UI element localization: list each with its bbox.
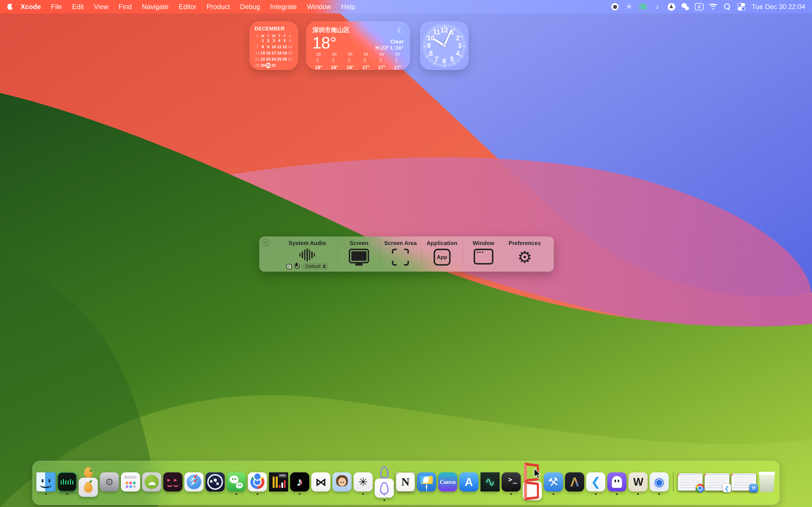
calendar-cell: 9 <box>266 44 271 50</box>
dock-icon-tile <box>185 472 204 492</box>
keynote[interactable] <box>417 472 436 492</box>
running-indicator-dot <box>257 493 258 495</box>
moon-icon: ☾ <box>348 57 353 64</box>
window-section[interactable]: Window <box>463 237 504 272</box>
calendar-cell: 12 <box>282 44 287 50</box>
tiktok-icon[interactable]: ♪ <box>652 2 662 11</box>
system-audio-section[interactable]: System Audio ✓ Default <box>276 237 338 272</box>
rocket-icon[interactable] <box>666 2 676 11</box>
launcher-app[interactable] <box>121 472 140 492</box>
calendar-cell: 25 <box>276 57 282 62</box>
calendar-widget[interactable]: DECEMBER SMTWTFS 12345678910111213141516… <box>250 21 298 70</box>
minimized-chrome-window[interactable] <box>678 473 703 491</box>
finder[interactable] <box>36 472 56 492</box>
menu-item[interactable]: Debug <box>235 3 265 11</box>
cloud-upload-app[interactable]: ☁ <box>142 472 161 492</box>
dock-icon-tile: ∿ <box>480 472 500 492</box>
screen-area-section[interactable]: Screen Area <box>380 237 421 272</box>
active-app-menu[interactable]: Xcode <box>15 3 46 11</box>
calendar-cell <box>288 63 293 68</box>
ghost-app[interactable] <box>607 472 626 492</box>
search-icon[interactable] <box>722 2 732 11</box>
chatgpt-icon[interactable]: ✳ <box>624 2 634 11</box>
pulse-monitor-app[interactable]: ∿ <box>480 472 500 492</box>
xcode[interactable]: ⚒ <box>544 472 563 492</box>
downie-app[interactable]: ▶ ▶ <box>163 472 183 492</box>
running-indicator-dot <box>595 493 597 495</box>
calendar-day-header: W <box>271 34 276 38</box>
dock-icon-tile: ♪ <box>290 472 309 492</box>
system-settings[interactable]: ⚙ <box>100 472 119 492</box>
calendar-cell: 31 <box>271 63 276 68</box>
menu-bar-menus: FileEditViewFindNavigateEditorProductDeb… <box>46 3 360 11</box>
menu-item[interactable]: Edit <box>67 3 89 11</box>
capcut[interactable]: ⋈ <box>311 472 331 492</box>
minimized-xcode-window[interactable] <box>731 473 756 491</box>
dock-icon-tile <box>705 473 729 491</box>
menu-item[interactable]: Integrate <box>265 3 302 11</box>
tiktok[interactable]: ♪ <box>290 472 309 492</box>
menu-item[interactable]: Product <box>202 3 235 11</box>
dock-icon-tile: A <box>459 472 478 492</box>
wechat-icon[interactable] <box>680 2 690 11</box>
safari[interactable] <box>185 472 204 492</box>
wifi-icon[interactable] <box>708 2 718 11</box>
avatar-app[interactable] <box>333 472 352 492</box>
running-indicator-dot <box>658 493 660 495</box>
blue-swirl-app[interactable]: ◉ <box>650 472 669 492</box>
terminal[interactable]: >_ <box>502 472 521 492</box>
dock-icon-tile: Λ <box>565 472 584 492</box>
vscode[interactable]: ❮ <box>586 472 605 492</box>
menu-item[interactable]: File <box>46 3 67 11</box>
weather-hour: 02 ☾ 17° <box>375 52 388 70</box>
audio-wave-icon[interactable] <box>638 2 648 11</box>
menu-bar-clock[interactable]: Tue Dec 30 22:04 <box>752 3 805 11</box>
menu-item[interactable]: View <box>89 3 114 11</box>
calendar-day-header: T <box>276 34 282 38</box>
control-center-icon[interactable] <box>737 2 746 11</box>
system-audio-label: System Audio <box>289 240 326 246</box>
application-section[interactable]: Application App <box>421 237 463 272</box>
close-icon[interactable]: ✕ <box>262 239 269 246</box>
clock-number: 5 <box>448 55 456 63</box>
microphone-icon[interactable] <box>294 263 299 270</box>
weather-widget[interactable]: 深圳市南山区 18° ☾ Clear H:23° L:16° 22 ☾ 18° … <box>306 21 410 70</box>
pear-app[interactable] <box>79 467 98 497</box>
trash[interactable] <box>758 472 776 492</box>
menu-item[interactable]: Navigate <box>137 3 174 11</box>
apple-logo-icon[interactable] <box>7 4 13 10</box>
menu-item[interactable]: Help <box>336 3 360 11</box>
minimized-vscode-window[interactable] <box>705 473 729 491</box>
w-app[interactable]: W <box>628 472 648 492</box>
weather-hour: 22 ☾ 18° <box>312 52 325 70</box>
preferences-section[interactable]: Preferences ⚙ <box>504 237 545 272</box>
clock-widget[interactable]: 123456789101112 <box>420 21 469 70</box>
hour-label: 02 <box>379 52 384 56</box>
menu-item[interactable]: Window <box>302 3 336 11</box>
running-indicator-dot <box>236 493 237 495</box>
notion[interactable]: N <box>396 472 415 492</box>
menu-item[interactable]: Find <box>114 3 137 11</box>
dock-icon-tile <box>206 472 225 492</box>
stats-pro-app[interactable]: PRO <box>269 472 288 492</box>
input-source-icon[interactable]: # <box>695 3 704 10</box>
chevron-up-down-icon <box>323 265 326 269</box>
audio-checkbox[interactable]: ✓ <box>287 264 292 269</box>
wechat[interactable] <box>227 472 246 492</box>
rocket-app[interactable] <box>375 466 394 498</box>
app-store[interactable]: A <box>459 472 478 492</box>
audio-device-select[interactable]: Default <box>301 263 328 270</box>
screen-section[interactable]: Screen <box>338 237 379 272</box>
chrome[interactable] <box>248 472 267 492</box>
obs[interactable] <box>206 472 225 492</box>
record-stop-icon[interactable] <box>610 2 620 11</box>
menu-item[interactable]: Editor <box>174 3 202 11</box>
clock-number: 11 <box>433 28 441 36</box>
calendar-cell: 1 <box>260 38 265 43</box>
podcast-audio-app[interactable]: ılıılı <box>57 472 77 492</box>
canva[interactable]: Canva <box>438 472 457 492</box>
chatgpt[interactable]: ✳ <box>354 472 373 492</box>
hour-temp: 18° <box>315 65 322 70</box>
running-indicator-dot <box>299 493 301 495</box>
gradient-peak-app[interactable]: Λ <box>565 472 584 492</box>
